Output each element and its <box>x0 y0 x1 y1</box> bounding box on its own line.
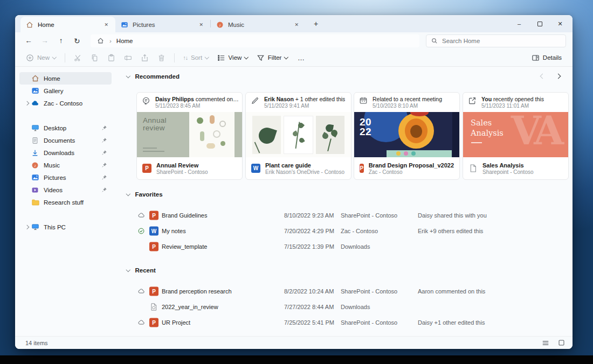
back-button[interactable]: ← <box>22 34 36 47</box>
share-icon <box>141 54 149 62</box>
view-icon <box>217 54 225 62</box>
delete-button[interactable] <box>154 51 169 65</box>
paste-icon <box>107 54 115 62</box>
cut-button[interactable] <box>70 51 86 65</box>
favorites-row-review-template[interactable]: P Review_template 7/15/2022 1:39 PM Down… <box>116 240 568 254</box>
svg-text:♪: ♪ <box>34 163 36 167</box>
folder-icon <box>31 198 39 207</box>
synced-check-icon <box>137 227 145 235</box>
recommended-card-plant-care-guide[interactable]: Erik Nason + 1 other edited this 5/11/20… <box>245 92 351 180</box>
gallery-icon <box>31 87 39 95</box>
activity-actor: You <box>481 96 492 102</box>
sidebar-item-music[interactable]: ♪ Music <box>19 159 112 171</box>
recommended-card-annual-review[interactable]: Daisy Philipps commented on… 5/11/2023 8… <box>136 92 243 180</box>
sidebar-item-label: Downloads <box>44 150 74 156</box>
new-tab-button[interactable]: + <box>309 17 323 31</box>
music-icon: ♪ <box>216 20 224 29</box>
chevron-right-icon[interactable] <box>25 101 29 106</box>
documents-icon <box>31 136 39 145</box>
rename-button[interactable] <box>120 51 136 65</box>
forward-button[interactable]: → <box>38 34 52 47</box>
search-input[interactable] <box>442 38 561 44</box>
file-location: Downloads <box>341 304 370 310</box>
sidebar-item-home[interactable]: Home <box>19 72 112 85</box>
new-label: New <box>37 54 50 61</box>
tab-pictures[interactable]: Pictures ✕ <box>115 17 210 32</box>
sidebar-item-pictures[interactable]: Pictures <box>19 171 112 184</box>
sidebar-item-desktop[interactable]: Desktop <box>19 122 112 134</box>
sidebar-item-downloads[interactable]: Downloads <box>19 146 112 159</box>
file-location: Downloads <box>341 243 370 250</box>
file-name: Brand Guidelines <box>162 212 207 219</box>
view-label: View <box>229 54 242 61</box>
refresh-button[interactable]: ↻ <box>70 34 84 47</box>
file-name: My notes <box>162 228 186 234</box>
close-button[interactable]: ✕ <box>550 16 570 32</box>
file-thumbnail: Annualreview <box>137 112 242 157</box>
sidebar-item-documents[interactable]: Documents <box>19 134 112 146</box>
onedrive-cloud-icon <box>31 99 39 108</box>
sidebar-item-label: Videos <box>44 187 63 193</box>
collapse-chevron-icon[interactable] <box>126 192 130 196</box>
sidebar-item-label: Desktop <box>44 125 66 131</box>
minimize-button[interactable]: – <box>509 16 529 32</box>
file-date: 8/10/2022 9:23 AM <box>284 212 334 219</box>
this-pc-icon <box>31 223 39 232</box>
section-recommended-header[interactable]: Recommended <box>127 73 180 80</box>
up-button[interactable]: ↑ <box>54 34 68 47</box>
carousel-prev-button[interactable] <box>541 74 544 78</box>
recent-row-brand-perception-research[interactable]: P Brand perception research 8/2/2022 10:… <box>116 284 568 298</box>
tab-home[interactable]: Home ✕ <box>20 17 115 32</box>
file-name: Plant care guide <box>265 162 344 169</box>
details-label: Details <box>543 54 562 61</box>
tab-close-icon[interactable]: ✕ <box>197 21 205 29</box>
new-button[interactable]: New <box>22 51 60 65</box>
navigation-bar: ← → ↑ ↻ › Home <box>15 32 573 49</box>
maximize-button[interactable] <box>529 16 550 32</box>
sidebar-item-onedrive-zac[interactable]: Zac - Contoso <box>19 97 112 109</box>
section-title: Recommended <box>135 73 180 80</box>
details-view-toggle-icon[interactable] <box>542 339 549 347</box>
recommended-card-brand-design-proposal[interactable]: Related to a recent meeting 5/10/2023 8:… <box>354 92 460 180</box>
favorites-row-my-notes[interactable]: W My notes 7/20/2022 4:29 PM Zac - Conto… <box>116 224 568 238</box>
paste-button[interactable] <box>104 51 119 65</box>
pin-icon <box>101 174 107 180</box>
file-location: SharePoint - Contoso <box>341 319 397 326</box>
collapse-chevron-icon[interactable] <box>126 268 130 272</box>
breadcrumb[interactable]: Home <box>116 38 133 44</box>
sidebar-item-research-stuff[interactable]: Research stuff <box>19 196 112 208</box>
section-recent-header[interactable]: Recent <box>127 267 156 274</box>
view-button[interactable]: View <box>213 51 252 65</box>
recommended-card-sales-analysis[interactable]: You recently opened this 5/11/2023 11:01… <box>463 92 569 180</box>
sidebar-item-label: Home <box>44 75 60 82</box>
share-button[interactable] <box>137 51 153 65</box>
sidebar-item-videos[interactable]: Videos <box>19 184 112 196</box>
sidebar-item-this-pc[interactable]: This PC <box>19 221 112 233</box>
tab-music[interactable]: ♪ Music ✕ <box>211 17 306 32</box>
section-favorites-header[interactable]: Favorites <box>127 191 163 198</box>
filter-button[interactable]: Filter <box>253 51 292 65</box>
search-box[interactable] <box>426 34 566 47</box>
chevron-right-icon[interactable] <box>25 225 29 229</box>
file-location: SharePoint - Contoso <box>341 212 397 219</box>
collapse-chevron-icon[interactable] <box>126 74 130 78</box>
file-source: Zac - Contoso <box>369 169 454 175</box>
more-options-button[interactable]: … <box>293 54 310 62</box>
recent-row-ur-project[interactable]: P UR Project 7/25/2022 5:41 PM SharePoin… <box>116 316 568 330</box>
large-thumbnails-view-toggle-icon[interactable] <box>558 339 565 346</box>
downloads-icon <box>31 149 39 157</box>
sort-icon: ↑↓ <box>183 54 188 61</box>
activity-action: Related to a recent meeting <box>373 96 442 102</box>
carousel-next-button[interactable] <box>556 74 560 78</box>
file-date: 7/25/2022 5:41 PM <box>284 319 334 326</box>
details-button[interactable]: Details <box>528 51 566 65</box>
tab-close-icon[interactable]: ✕ <box>292 21 301 29</box>
address-bar[interactable]: › Home <box>91 34 419 47</box>
sidebar-item-gallery[interactable]: Gallery <box>19 85 112 97</box>
recent-row-2022-year-in-review[interactable]: 2022_year_in_review 7/27/2022 8:44 AM Do… <box>116 300 568 314</box>
pin-icon <box>101 150 107 156</box>
copy-button[interactable] <box>87 51 102 65</box>
sort-button[interactable]: ↑↓ Sort <box>180 51 212 65</box>
favorites-row-brand-guidelines[interactable]: P Brand Guidelines 8/10/2022 9:23 AM Sha… <box>116 208 568 222</box>
tab-close-icon[interactable]: ✕ <box>102 21 111 29</box>
